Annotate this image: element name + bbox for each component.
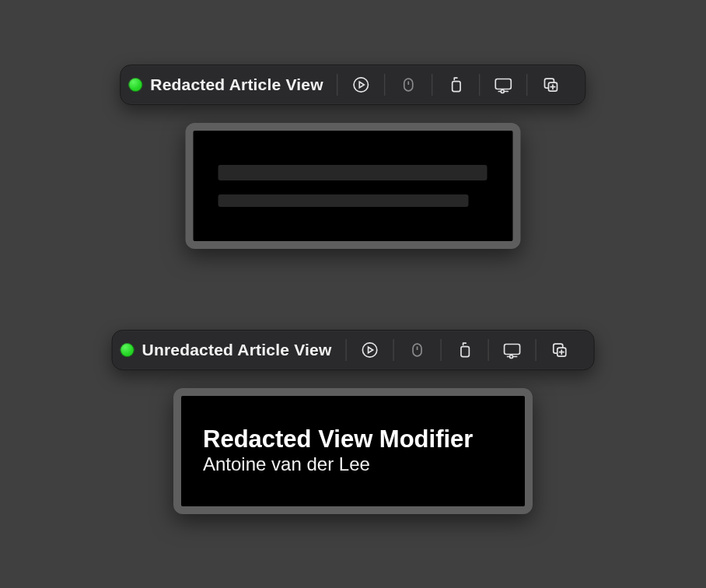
- preview-on-device-button[interactable]: [433, 65, 480, 105]
- article-view-redacted: [194, 131, 513, 241]
- redacted-author-placeholder: [218, 194, 469, 207]
- preview-canvas-redacted[interactable]: [186, 123, 521, 249]
- device-settings-button[interactable]: [481, 65, 527, 105]
- svg-point-17: [509, 355, 512, 359]
- article-author: Antoine van der Lee: [203, 453, 503, 475]
- svg-point-6: [502, 90, 505, 93]
- duplicate-preview-button[interactable]: [528, 65, 575, 105]
- live-preview-button[interactable]: [346, 330, 393, 370]
- redacted-title-placeholder: [218, 165, 488, 180]
- preview-title: Unredacted Article View: [142, 341, 346, 359]
- preview-on-device-button[interactable]: [441, 330, 488, 370]
- preview-title: Redacted Article View: [150, 75, 337, 94]
- preview-toolbar-redacted: Redacted Article View: [120, 65, 585, 105]
- preview-canvas-unredacted[interactable]: Redacted View Modifier Antoine van der L…: [173, 388, 533, 514]
- status-dot-icon: [121, 343, 135, 357]
- device-settings-button[interactable]: [488, 330, 535, 370]
- live-preview-button[interactable]: [338, 65, 385, 105]
- preview-toolbar-unredacted: Unredacted Article View: [112, 330, 595, 370]
- svg-rect-4: [496, 79, 512, 89]
- svg-point-0: [355, 78, 369, 92]
- duplicate-preview-button[interactable]: [536, 330, 582, 370]
- article-title: Redacted View Modifier: [203, 427, 503, 453]
- status-dot-icon: [128, 78, 142, 92]
- selectable-preview-button[interactable]: [386, 65, 432, 105]
- svg-rect-3: [453, 82, 460, 92]
- svg-rect-14: [461, 347, 469, 357]
- svg-rect-15: [504, 345, 519, 355]
- selectable-preview-button[interactable]: [393, 330, 440, 370]
- article-view-unredacted: Redacted View Modifier Antoine van der L…: [181, 396, 525, 506]
- svg-point-11: [362, 343, 376, 357]
